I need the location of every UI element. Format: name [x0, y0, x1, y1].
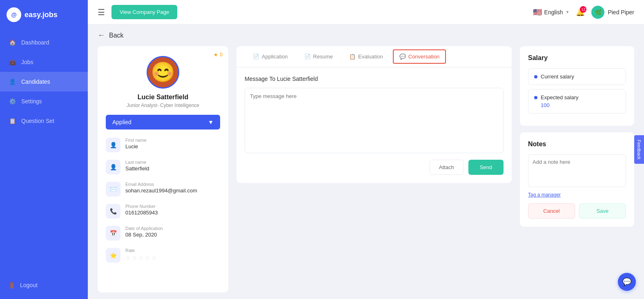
attach-button[interactable]: Attach [430, 160, 464, 175]
email-value: sohan.rezaul1994@gmail.com [125, 187, 197, 194]
info-email: ✉️ Email Address sohan.rezaul1994@gmail.… [106, 182, 220, 196]
jobs-icon: 💼 [8, 58, 16, 66]
status-label: Applied [112, 119, 131, 125]
tab-conversation[interactable]: 💬 Conversation [393, 49, 446, 64]
date-value: 08 Sep, 2020 [125, 232, 163, 238]
info-firstname: 👤 First name Lucie [106, 138, 220, 152]
star-badge: ★ 0 [214, 52, 223, 58]
star-rating[interactable]: ☆ ☆ ☆ ☆ ☆ [125, 254, 157, 261]
lastname-icon: 👤 [106, 160, 120, 174]
resume-tab-icon: 📄 [304, 54, 311, 60]
feedback-tab[interactable]: Feedback [634, 135, 644, 164]
logo-text: easy.jobs [25, 11, 58, 19]
phone-icon: 📞 [106, 204, 120, 219]
message-textarea[interactable] [245, 88, 504, 153]
star-count: 0 [220, 52, 223, 58]
questionset-icon: 📋 [8, 117, 16, 125]
notification-button[interactable]: 🔔 12 [576, 8, 585, 17]
hamburger-button[interactable]: ☰ [98, 7, 105, 17]
star-2[interactable]: ☆ [132, 254, 137, 261]
star-5[interactable]: ☆ [152, 254, 157, 261]
sidebar-item-settings[interactable]: ⚙️ Settings [0, 91, 88, 111]
candidate-name: Lucie Satterfield [106, 94, 220, 101]
star-icon: ★ [214, 52, 218, 58]
tab-application[interactable]: 📄 Application [245, 47, 296, 67]
firstname-label: First name [125, 138, 147, 143]
user-profile[interactable]: 🌿 Pied Piper [591, 6, 634, 19]
sidebar-item-jobs[interactable]: 💼 Jobs [0, 52, 88, 72]
language-selector[interactable]: 🇺🇸 English ▼ [533, 8, 570, 17]
info-list: 👤 First name Lucie 👤 Last name Satterfie… [106, 138, 220, 263]
sidebar-item-questionset[interactable]: 📋 Question Set [0, 111, 88, 131]
sidebar-label-jobs: Jobs [21, 59, 33, 65]
logout-button[interactable]: 🚪 Logout [0, 276, 88, 294]
avatar-wrap [106, 56, 220, 89]
star-4[interactable]: ☆ [145, 254, 150, 261]
cancel-button[interactable]: Cancel [528, 203, 575, 219]
flag-icon: 🇺🇸 [533, 8, 542, 17]
lastname-value: Satterfield [125, 165, 149, 172]
date-icon: 📅 [106, 226, 120, 241]
notes-textarea[interactable] [528, 154, 626, 187]
sidebar-label-questionset: Question Set [21, 118, 54, 124]
rate-icon: ⭐ [106, 248, 120, 263]
candidate-panel: ★ 0 Lucie Satterfield Junior Analyst- Cy… [98, 46, 228, 292]
candidates-icon: 👤 [8, 78, 16, 86]
topbar-left: ☰ View Company Page [98, 5, 177, 19]
dashboard-icon: 🏠 [8, 38, 16, 47]
date-content: Date of Application 08 Sep, 2020 [125, 226, 163, 238]
language-label: English [544, 9, 563, 16]
info-phone: 📞 Phone Number 01612085943 [106, 204, 220, 219]
tab-resume-label: Resume [313, 54, 333, 60]
tab-resume[interactable]: 📄 Resume [296, 47, 341, 67]
view-company-button[interactable]: View Company Page [111, 5, 177, 19]
topbar-right: 🇺🇸 English ▼ 🔔 12 🌿 Pied Piper [533, 6, 634, 19]
star-1[interactable]: ☆ [125, 254, 131, 261]
tab-evaluation-label: Evaluation [358, 54, 383, 60]
salary-section: Salary Current salary Expected salary 10… [520, 46, 634, 126]
application-tab-icon: 📄 [253, 54, 259, 60]
note-actions: Cancel Save [528, 203, 626, 219]
notification-badge: 12 [580, 6, 586, 13]
tab-evaluation[interactable]: 📋 Evaluation [341, 47, 391, 67]
settings-icon: ⚙️ [8, 97, 16, 105]
phone-value: 01612085943 [125, 210, 158, 216]
back-label: Back [109, 32, 124, 39]
topbar: ☰ View Company Page 🇺🇸 English ▼ 🔔 12 🌿 … [88, 0, 644, 25]
salary-title: Salary [528, 54, 626, 62]
info-date: 📅 Date of Application 08 Sep, 2020 [106, 226, 220, 241]
right-section: 📄 Application 📄 Resume 📋 Evaluation [236, 46, 512, 292]
chevron-down-icon: ▼ [566, 10, 570, 14]
tab-application-label: Application [262, 54, 288, 60]
status-button[interactable]: Applied ▼ [106, 115, 220, 129]
sidebar-item-candidates[interactable]: 👤 Candidates [0, 72, 88, 91]
sidebar-label-dashboard: Dashboard [21, 39, 49, 46]
notes-title: Notes [528, 141, 626, 148]
info-rate: ⭐ Rate ☆ ☆ ☆ ☆ ☆ [106, 248, 220, 263]
expected-salary-label: Expected salary [534, 94, 620, 100]
star-3[interactable]: ☆ [138, 254, 144, 261]
save-button[interactable]: Save [579, 203, 626, 219]
logo[interactable]: @ easy.jobs [0, 0, 88, 29]
expected-salary-dot [534, 96, 537, 99]
content-area: ← Back ★ 0 Lucie Satterfield Junior Anal… [88, 25, 644, 299]
date-label: Date of Application [125, 226, 163, 231]
chat-icon: 💬 [622, 277, 631, 286]
conversation-tab-icon: 💬 [399, 54, 406, 60]
chat-button[interactable]: 💬 [618, 273, 636, 291]
notes-section: Notes Tag a manager Cancel Save [520, 132, 634, 227]
current-salary-label: Current salary [534, 74, 620, 80]
feedback-label: Feedback [637, 140, 642, 159]
sidebar-item-dashboard[interactable]: 🏠 Dashboard [0, 33, 88, 52]
sidebar: @ easy.jobs 🏠 Dashboard 💼 Jobs 👤 Candida… [0, 0, 88, 299]
expected-salary-item: Expected salary 100 [528, 89, 626, 114]
sidebar-label-candidates: Candidates [21, 78, 50, 85]
back-button[interactable]: ← [98, 31, 105, 40]
firstname-content: First name Lucie [125, 138, 147, 150]
email-icon: ✉️ [106, 182, 120, 196]
tag-manager-link[interactable]: Tag a manager [528, 192, 626, 198]
tab-content: Message To Lucie Satterfield Attach Send [236, 67, 512, 183]
send-button[interactable]: Send [468, 160, 504, 175]
info-lastname: 👤 Last name Satterfield [106, 160, 220, 174]
expected-salary-value: 100 [541, 102, 620, 108]
